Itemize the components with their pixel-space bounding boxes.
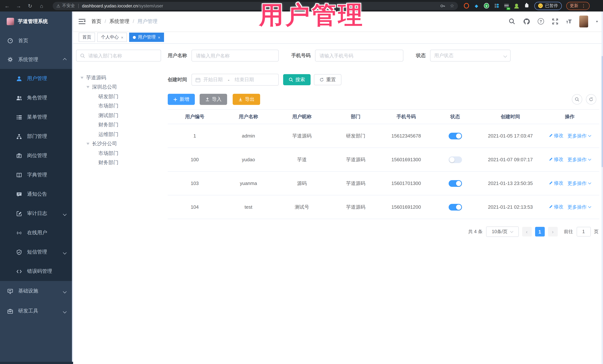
extension-green-icon[interactable]: y	[484, 3, 489, 8]
tree-node[interactable]: 长沙分公司	[76, 139, 161, 149]
search-icon[interactable]	[509, 18, 515, 25]
page-1-button[interactable]: 1	[535, 227, 545, 236]
scrollbar-thumb[interactable]	[602, 56, 603, 167]
status-toggle[interactable]	[448, 132, 462, 139]
tree-node[interactable]: 市场部门	[76, 149, 161, 158]
extension-list-icon[interactable]: on	[504, 3, 509, 8]
browser-menu-icon[interactable]: ⋮	[581, 3, 586, 8]
cell-mobile: 15601701300	[383, 171, 430, 195]
status-toggle[interactable]	[448, 180, 462, 187]
toggle-search-button[interactable]	[572, 94, 582, 105]
caret-down-icon[interactable]	[81, 77, 83, 79]
browser-home-icon[interactable]: ⌂	[37, 3, 46, 9]
prev-page-button[interactable]: ‹	[522, 227, 532, 236]
edit-link[interactable]: 修改	[549, 203, 564, 210]
fullscreen-icon[interactable]	[552, 18, 558, 25]
profile-paused-badge[interactable]: 已暂停	[534, 2, 562, 10]
close-icon[interactable]: ×	[158, 35, 160, 39]
tree-node[interactable]: 财务部门	[76, 158, 161, 167]
status-toggle[interactable]	[448, 204, 462, 210]
browser-update-button[interactable]: 更新 ⋮	[566, 2, 590, 10]
address-bar[interactable]: ⚠ 不安全 dashboard.yudao.iocoder.cn /system…	[53, 2, 458, 10]
browser-reload-icon[interactable]: ↻	[26, 3, 35, 9]
tree-node[interactable]: 研发部门	[76, 92, 161, 101]
more-actions-link[interactable]: 更多操作	[567, 133, 591, 140]
tree-node[interactable]: 深圳总公司	[76, 82, 161, 92]
tree-node[interactable]: 运维部门	[76, 130, 161, 139]
status-select[interactable]: 用户状态	[430, 50, 510, 62]
github-icon[interactable]	[523, 18, 530, 25]
status-toggle[interactable]	[448, 156, 462, 163]
date-range-input[interactable]: 开始日期 - 结束日期	[191, 74, 279, 86]
sidebar-item-sms-mgmt[interactable]: 短信管理	[0, 243, 72, 262]
sidebar-item-audit-log[interactable]: 审计日志	[0, 204, 72, 223]
refresh-icon	[589, 97, 593, 101]
breadcrumb-home[interactable]: 首页	[91, 18, 101, 25]
help-icon[interactable]: ?	[538, 18, 544, 24]
tree-node[interactable]: 财务部门	[76, 120, 161, 130]
extension-gem-icon[interactable]: ◆	[474, 3, 479, 8]
sidebar-item-role-mgmt[interactable]: 角色管理	[0, 88, 72, 108]
security-warning[interactable]: ⚠ 不安全	[56, 3, 75, 9]
sidebar-item-notice[interactable]: 通知公告	[0, 185, 72, 204]
tab-home[interactable]: 首页	[79, 33, 95, 42]
scrollbar-track[interactable]	[602, 11, 603, 364]
goto-page-input[interactable]	[577, 227, 591, 236]
extension-orange-icon[interactable]	[464, 3, 469, 8]
edit-link[interactable]: 修改	[549, 180, 564, 187]
mobile-input[interactable]	[315, 50, 403, 62]
sidebar-item-label: 审计日志	[27, 210, 47, 217]
search-button[interactable]: 搜索	[283, 74, 311, 85]
tab-profile[interactable]: 个人中心 ×	[97, 33, 127, 42]
sidebar-item-home[interactable]: 首页	[0, 31, 72, 50]
tree-node[interactable]: 市场部门	[76, 101, 161, 111]
app-logo[interactable]: 芋道管理系统	[0, 11, 72, 31]
reset-button[interactable]: 重置	[314, 74, 341, 85]
sidebar-item-infrastructure[interactable]: 基础设施	[0, 281, 72, 301]
caret-down-icon[interactable]: ▾	[596, 20, 598, 23]
caret-down-icon[interactable]	[86, 86, 89, 88]
sidebar-item-dict-mgmt[interactable]: 字典管理	[0, 165, 72, 185]
sidebar-item-label: 字典管理	[27, 172, 47, 178]
sidebar-item-label: 角色管理	[27, 95, 47, 101]
extension-person-icon[interactable]	[514, 3, 519, 8]
page-size-select[interactable]: 10条/页	[486, 226, 519, 237]
more-actions-link[interactable]: 更多操作	[567, 204, 591, 211]
close-icon[interactable]: ×	[121, 35, 123, 39]
more-actions-link[interactable]: 更多操作	[567, 157, 591, 163]
username-input[interactable]	[191, 50, 279, 62]
more-actions-link[interactable]: 更多操作	[567, 180, 591, 187]
key-icon[interactable]	[440, 3, 445, 8]
divider	[78, 3, 79, 8]
browser-forward-icon[interactable]: →	[14, 3, 23, 9]
export-button[interactable]: 导出	[233, 94, 260, 105]
tab-user-mgmt[interactable]: 用户管理 ×	[129, 33, 164, 42]
sidebar-item-system[interactable]: 系统管理	[0, 50, 72, 69]
dept-search-input[interactable]	[88, 53, 157, 59]
edit-link[interactable]: 修改	[549, 132, 564, 139]
sidebar-item-online-users[interactable]: 在线用户	[0, 223, 72, 243]
tree-node[interactable]: 芋道源码	[76, 73, 161, 82]
tree-node[interactable]: 测试部门	[76, 111, 161, 120]
sidebar-item-error-code[interactable]: 错误码管理	[0, 262, 72, 281]
add-button[interactable]: 新增	[168, 94, 195, 105]
font-size-icon[interactable]: TT	[566, 18, 572, 24]
breadcrumb-system[interactable]: 系统管理	[109, 18, 129, 25]
extensions-puzzle-icon[interactable]	[524, 3, 529, 8]
refresh-table-button[interactable]	[586, 94, 596, 105]
browser-back-icon[interactable]: ←	[3, 3, 12, 9]
next-page-button[interactable]: ›	[548, 227, 557, 236]
sidebar-item-user-mgmt[interactable]: 用户管理	[0, 69, 72, 88]
bookmark-star-icon[interactable]: ☆	[450, 3, 454, 9]
sidebar-item-dev-tools[interactable]: 研发工具	[0, 301, 72, 321]
sidebar-item-post-mgmt[interactable]: 岗位管理	[0, 146, 72, 165]
sidebar-item-dept-mgmt[interactable]: 部门管理	[0, 127, 72, 146]
sidebar-item-menu-mgmt[interactable]: 菜单管理	[0, 108, 72, 127]
cell-dept: 芋道源码	[329, 148, 383, 171]
user-avatar[interactable]	[580, 15, 588, 27]
caret-down-icon[interactable]	[86, 143, 89, 145]
collapse-menu-icon[interactable]	[79, 19, 85, 24]
import-button[interactable]: 导入	[200, 94, 227, 105]
extension-grid-icon[interactable]	[494, 3, 499, 8]
edit-link[interactable]: 修改	[549, 156, 564, 163]
